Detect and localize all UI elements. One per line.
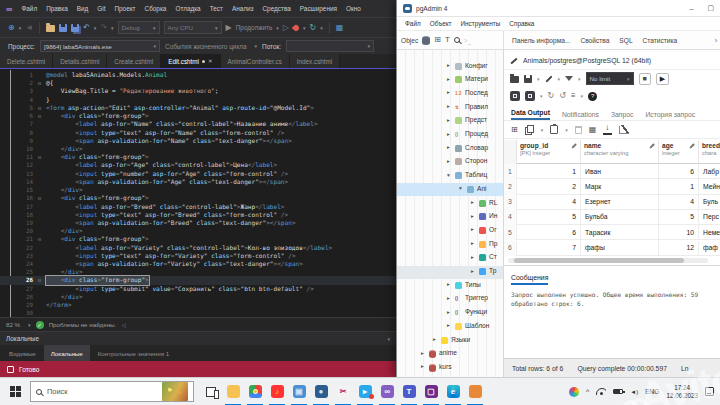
caret-item[interactable]: ▾ bbox=[565, 127, 568, 133]
speaker-icon[interactable]: ◄) bbox=[630, 389, 638, 395]
search-box[interactable]: Поиск bbox=[30, 381, 194, 402]
chart-icon[interactable] bbox=[619, 126, 629, 134]
code-line[interactable]: 26⊟ <div class="form-group"> bbox=[0, 276, 396, 284]
limit-combo[interactable]: No limit▾ bbox=[586, 72, 634, 85]
tree-item[interactable]: ▾Ani bbox=[397, 183, 503, 196]
copy-icon[interactable] bbox=[525, 125, 534, 134]
table-cell[interactable]: Перс bbox=[699, 210, 720, 225]
clear-icon[interactable]: ≡ bbox=[571, 91, 576, 101]
pg-menu-item[interactable]: Инструменты bbox=[460, 20, 500, 27]
column-header[interactable]: ageinteger bbox=[659, 140, 699, 164]
table-cell[interactable]: 6 bbox=[659, 164, 699, 179]
code-line[interactable]: 18 <input type="text" asp-for="Breed" cl… bbox=[0, 211, 396, 219]
tray-app-icon[interactable] bbox=[569, 387, 579, 397]
add-item-icon[interactable]: ⊕ bbox=[8, 23, 15, 33]
clock[interactable]: 17:24 12.06.2023 bbox=[666, 384, 698, 400]
telegram[interactable]: ▸ bbox=[354, 378, 376, 405]
row-number-cell[interactable]: 4 bbox=[504, 210, 517, 225]
start-button[interactable] bbox=[0, 378, 30, 405]
save-file-icon[interactable] bbox=[524, 75, 532, 83]
stop-icon[interactable]: ■ bbox=[639, 73, 651, 85]
edit-icon[interactable] bbox=[545, 75, 552, 82]
result-tab[interactable]: Notifications bbox=[562, 111, 599, 120]
task-view-button[interactable] bbox=[200, 378, 222, 405]
code-line[interactable]: 23 <input type="text" asp-for="Variety" … bbox=[0, 252, 396, 260]
grid-icon[interactable]: ▦ bbox=[589, 125, 597, 135]
table-cell[interactable]: 4 bbox=[659, 195, 699, 210]
tree-item[interactable]: ▸Ин bbox=[397, 211, 503, 224]
caret-item[interactable]: ▾ bbox=[19, 25, 22, 31]
language-indicator[interactable]: ENG bbox=[645, 388, 659, 395]
info-tab[interactable]: SQL bbox=[619, 37, 632, 44]
orange-app[interactable] bbox=[464, 378, 486, 405]
restore-window-icon[interactable] bbox=[7, 366, 14, 373]
hidden-icons-chevron[interactable]: ^ bbox=[586, 388, 589, 395]
horizontal-scrollbar[interactable] bbox=[508, 258, 708, 263]
watch-panel-tab[interactable]: Локальные bbox=[44, 345, 90, 361]
tree-item[interactable]: ▸1.3Послед bbox=[397, 87, 503, 100]
row-number-cell[interactable]: 5 bbox=[504, 225, 517, 240]
vs-menu-item[interactable]: Сборка bbox=[145, 5, 167, 12]
code-line[interactable]: 27 <input type="submit" value="Сохранить… bbox=[0, 285, 396, 293]
table-row[interactable]: 67фафы12фаф bbox=[504, 241, 720, 256]
table-row[interactable]: 11Иван6Лабр bbox=[504, 164, 720, 179]
table-cell[interactable]: 5 bbox=[659, 210, 699, 225]
vs-menu-item[interactable]: Отладка bbox=[175, 5, 200, 12]
download-icon[interactable] bbox=[603, 125, 612, 135]
save-all-icon[interactable] bbox=[71, 24, 79, 32]
table-cell[interactable]: Мейн bbox=[699, 179, 720, 194]
visual-studio[interactable]: ∞ bbox=[376, 378, 398, 405]
table-cell[interactable]: 1 bbox=[517, 164, 581, 179]
editor-tab[interactable]: Index.cshtml bbox=[290, 54, 340, 68]
table-row[interactable]: 45Бульба5Перс bbox=[504, 210, 720, 225]
vs-menu-item[interactable]: Средства bbox=[262, 5, 290, 12]
table-cell[interactable]: 2 bbox=[517, 179, 581, 194]
table-cell[interactable]: Лабр bbox=[699, 164, 720, 179]
code-line[interactable]: 15 </div> bbox=[0, 186, 396, 194]
table-row[interactable]: 56Тарасик10Неме bbox=[504, 225, 720, 240]
tree-item[interactable]: ▸⇅Правил bbox=[397, 101, 503, 114]
table-cell[interactable]: 12 bbox=[659, 241, 699, 256]
code-line[interactable]: 12 <label asp-for="Age" class="control-l… bbox=[0, 161, 396, 169]
zoom-caret-icon[interactable]: ▾ bbox=[28, 322, 31, 328]
purple-app[interactable]: ▢ bbox=[420, 378, 442, 405]
pg-menu-item[interactable]: Объект bbox=[430, 20, 452, 27]
vs-menu-item[interactable]: Окно bbox=[346, 5, 361, 12]
debug-config-combo[interactable]: Debug▾ bbox=[118, 21, 160, 34]
code-line[interactable]: 14 <span asp-validation-for="Age" class=… bbox=[0, 178, 396, 186]
table-cell[interactable]: 10 bbox=[659, 225, 699, 240]
table-cell[interactable]: Езернет bbox=[581, 195, 659, 210]
code-line[interactable]: 1@model laba5Animals.Models.Animal bbox=[0, 71, 396, 79]
open-file-icon[interactable] bbox=[510, 76, 519, 83]
tree-item[interactable]: ▸RL bbox=[397, 197, 503, 210]
table-cell[interactable]: Тарасик bbox=[581, 225, 659, 240]
caret-item[interactable]: ▾ bbox=[303, 25, 306, 31]
caret-item[interactable]: ▾ bbox=[541, 127, 544, 133]
code-line[interactable]: 8 <input type="text" asp-for="Name" clas… bbox=[0, 129, 396, 137]
code-line[interactable]: 9 <span asp-validation-for="Name" class=… bbox=[0, 137, 396, 145]
search-placeholder[interactable]: Поиск bbox=[47, 387, 157, 396]
tree-item[interactable]: ▸Конфиг bbox=[397, 60, 503, 73]
caret-item[interactable]: ▾ bbox=[581, 93, 584, 99]
parallel-stacks-icon[interactable]: ▦ bbox=[336, 23, 344, 33]
platform-combo[interactable]: Any CPU▾ bbox=[164, 21, 222, 34]
code-line[interactable]: 30 bbox=[0, 309, 396, 317]
pgadmin-titlebar[interactable]: pgAdmin 4 – ▢ bbox=[397, 0, 720, 17]
editor-tab[interactable]: Delete.cshtml bbox=[0, 54, 53, 68]
yandex-music[interactable]: ♪ bbox=[266, 378, 288, 405]
tree-item[interactable]: ▸Языки bbox=[397, 334, 503, 347]
wifi-icon[interactable] bbox=[596, 388, 606, 395]
vs-menu-item[interactable]: Проект bbox=[114, 5, 135, 12]
table-cell[interactable]: фафы bbox=[581, 241, 659, 256]
maximize-button[interactable]: ▢ bbox=[707, 4, 714, 12]
editor-tab[interactable]: Create.cshtml bbox=[107, 54, 161, 68]
vs-menu-item[interactable]: Файл bbox=[21, 5, 37, 12]
caret-item[interactable]: ▾ bbox=[540, 93, 543, 99]
table-cell[interactable]: фаф bbox=[699, 241, 720, 256]
code-line[interactable]: 10 </div> bbox=[0, 145, 396, 153]
code-line[interactable]: 25 </div> bbox=[0, 268, 396, 276]
vs-menu-item[interactable]: Тест bbox=[210, 5, 223, 12]
code-line[interactable]: 20 </div> bbox=[0, 227, 396, 235]
info-tab[interactable]: Свойства bbox=[580, 37, 609, 44]
step-icon[interactable]: ▷ bbox=[283, 23, 289, 33]
